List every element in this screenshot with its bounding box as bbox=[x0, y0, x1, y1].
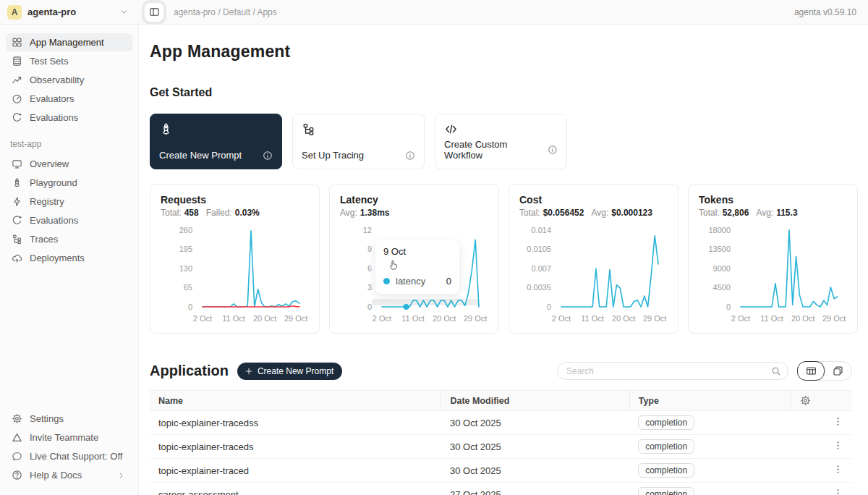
sidebar-item-label: Playground bbox=[30, 177, 77, 188]
app-name[interactable]: topic-explainer-traceds bbox=[150, 435, 441, 459]
svg-text:13500: 13500 bbox=[708, 245, 731, 253]
panel-left-icon bbox=[149, 7, 160, 17]
app-name[interactable]: topic-explainer-traced bbox=[150, 459, 441, 483]
svg-text:2 Oct: 2 Oct bbox=[552, 314, 571, 323]
sidebar-item-playground[interactable]: Playground bbox=[6, 174, 132, 192]
svg-text:9000: 9000 bbox=[713, 264, 731, 273]
sidebar-item-app-management[interactable]: App Management bbox=[6, 33, 132, 51]
stat-card-title: Cost bbox=[519, 194, 668, 206]
stat-label: Total: bbox=[519, 208, 540, 218]
app-type: completion bbox=[629, 435, 791, 459]
svg-text:11 Oct: 11 Oct bbox=[401, 314, 425, 323]
row-menu-button[interactable] bbox=[833, 440, 843, 451]
sidebar-item-evaluators[interactable]: Evaluators bbox=[6, 90, 132, 108]
app-type: completion bbox=[629, 459, 791, 483]
sidebar-item-label: Invite Teammate bbox=[30, 432, 98, 443]
row-menu-button[interactable] bbox=[833, 488, 843, 495]
dots-vertical-icon bbox=[833, 416, 843, 427]
create-new-prompt-button[interactable]: Create New Prompt bbox=[237, 363, 342, 380]
stat-value: 458 bbox=[184, 208, 199, 218]
column-header-date-modified: Date Modified bbox=[441, 391, 629, 411]
sidebar-item-test-sets[interactable]: Test Sets bbox=[6, 52, 132, 70]
svg-text:20 Oct: 20 Oct bbox=[253, 314, 276, 323]
dots-vertical-icon bbox=[833, 464, 843, 475]
grid-icon bbox=[12, 37, 22, 48]
stat-card-title: Requests bbox=[161, 194, 309, 206]
gear-icon[interactable] bbox=[800, 395, 811, 406]
app-name[interactable]: career-assessment bbox=[150, 483, 441, 495]
svg-text:260: 260 bbox=[179, 226, 192, 234]
sidebar-item-label: Settings bbox=[30, 413, 64, 424]
card-view-icon bbox=[833, 365, 843, 376]
sidebar-item-invite-teammate[interactable]: Invite Teammate bbox=[6, 428, 132, 447]
search-input[interactable] bbox=[566, 366, 771, 376]
svg-text:4500: 4500 bbox=[713, 283, 731, 292]
requests-chart[interactable]: 0651301952602 Oct11 Oct20 Oct29 Oct bbox=[161, 221, 309, 327]
sidebar-item-traces[interactable]: Traces bbox=[6, 230, 132, 248]
set-up-tracing-card[interactable]: Set Up Tracing bbox=[292, 114, 425, 169]
stat-label: Avg: bbox=[591, 208, 608, 218]
sidebar-item-label: Observability bbox=[30, 75, 84, 85]
svg-text:0: 0 bbox=[726, 302, 731, 311]
cloud-upload-icon bbox=[12, 253, 22, 263]
sidebar-section-label: test-app bbox=[10, 139, 132, 149]
app-date-modified: 27 Oct 2025 bbox=[441, 483, 629, 495]
sidebar-item-help-docs[interactable]: Help & Docs bbox=[6, 466, 132, 484]
column-header-name: Name bbox=[150, 391, 441, 411]
cost-chart[interactable]: 00.00350.0070.01050.0142 Oct11 Oct20 Oct… bbox=[519, 221, 668, 327]
latency-card: LatencyAvg:1.38ms0369122 Oct11 Oct20 Oct… bbox=[329, 184, 499, 334]
tooltip-date: 9 Oct bbox=[383, 246, 451, 257]
top-bar: A agenta-pro agenta-pro / Default / Apps… bbox=[0, 0, 868, 25]
type-badge: completion bbox=[638, 439, 694, 454]
stat-card-title: Latency bbox=[340, 194, 488, 206]
table-view-button[interactable] bbox=[797, 361, 825, 381]
tooltip-value: 0 bbox=[446, 276, 451, 287]
sidebar-item-evaluations[interactable]: Evaluations bbox=[6, 109, 132, 127]
create-new-prompt-label: Create New Prompt bbox=[258, 366, 333, 376]
info-icon[interactable] bbox=[263, 151, 273, 161]
search-icon[interactable] bbox=[771, 366, 781, 376]
table-row[interactable]: career-assessment27 Oct 2025completion bbox=[150, 483, 852, 495]
chart-tooltip: 9 Octlatency0 bbox=[375, 240, 459, 294]
create-custom-workflow-card[interactable]: Create Custom Workflow bbox=[435, 114, 567, 169]
svg-text:11 Oct: 11 Oct bbox=[581, 314, 604, 323]
row-menu-button[interactable] bbox=[833, 416, 843, 427]
table-row[interactable]: topic-explainer-traced30 Oct 2025complet… bbox=[150, 459, 852, 483]
breadcrumb[interactable]: agenta-pro / Default / Apps bbox=[174, 7, 277, 17]
create-new-prompt-card[interactable]: Create New Prompt bbox=[150, 114, 282, 169]
app-date-modified: 30 Oct 2025 bbox=[441, 459, 629, 483]
sidebar-toggle-button[interactable] bbox=[145, 3, 163, 22]
sidebar-item-overview[interactable]: Overview bbox=[6, 155, 132, 173]
svg-text:29 Oct: 29 Oct bbox=[464, 314, 487, 323]
stat-card-title: Tokens bbox=[699, 194, 847, 206]
app-version: agenta v0.59.10 bbox=[794, 7, 868, 17]
application-title: Application bbox=[150, 363, 229, 379]
sidebar-item-live-chat-support-off[interactable]: Live Chat Support: Off bbox=[6, 447, 132, 465]
column-header-actions bbox=[791, 391, 853, 411]
plus-icon bbox=[244, 367, 253, 376]
chat-bubble-icon bbox=[12, 451, 22, 462]
app-name[interactable]: topic-explainer-tracedss bbox=[150, 411, 441, 435]
stat-label: Failed: bbox=[206, 208, 232, 218]
sidebar-item-settings[interactable]: Settings bbox=[6, 410, 132, 428]
tokens-chart[interactable]: 04500900013500180002 Oct11 Oct20 Oct29 O… bbox=[699, 221, 847, 327]
svg-text:20 Oct: 20 Oct bbox=[433, 314, 456, 323]
sidebar-item-deployments[interactable]: Deployments bbox=[6, 249, 132, 267]
apps-table: NameDate ModifiedType topic-explainer-tr… bbox=[150, 390, 852, 495]
sidebar-item-label: Evaluations bbox=[30, 215, 78, 226]
row-menu-button[interactable] bbox=[833, 464, 843, 475]
help-circle-icon bbox=[12, 470, 22, 481]
workspace-selector[interactable]: A agenta-pro bbox=[0, 5, 139, 20]
type-badge: completion bbox=[638, 415, 694, 430]
sidebar-item-observability[interactable]: Observability bbox=[6, 71, 132, 89]
chevron-down-icon bbox=[119, 7, 129, 17]
sidebar-item-label: Help & Docs bbox=[30, 470, 82, 481]
info-icon[interactable] bbox=[548, 145, 558, 155]
card-view-button[interactable] bbox=[824, 361, 851, 381]
table-row[interactable]: topic-explainer-tracedss30 Oct 2025compl… bbox=[150, 411, 852, 435]
info-icon[interactable] bbox=[405, 151, 415, 161]
sidebar-item-registry[interactable]: Registry bbox=[6, 192, 132, 211]
sidebar-item-evaluations[interactable]: Evaluations bbox=[6, 211, 132, 229]
refresh-icon bbox=[12, 112, 22, 123]
table-row[interactable]: topic-explainer-traceds30 Oct 2025comple… bbox=[150, 435, 852, 459]
